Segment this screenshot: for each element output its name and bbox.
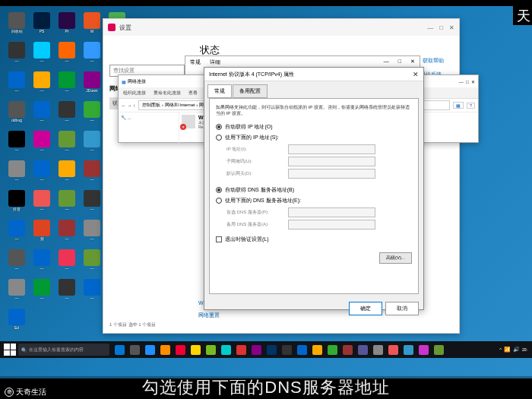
taskbar-app-icon[interactable] (112, 344, 126, 356)
taskbar-app-icon[interactable] (386, 344, 400, 356)
taskbar-app-icon[interactable] (356, 344, 369, 356)
desktop-icon[interactable]: — (31, 71, 52, 96)
taskbar-app-icon[interactable] (128, 344, 141, 356)
ipv4-properties-dialog: Internet 协议版本 4 (TCP/IPv4) 属性 ✕ 常规 备用配置 … (204, 67, 424, 310)
desktop-icon[interactable]: — (6, 42, 27, 66)
desktop-icon[interactable]: — (81, 131, 103, 155)
minimize-icon[interactable]: — (427, 24, 433, 31)
system-tray[interactable]: ^ 📶 🔊 20: (499, 347, 530, 353)
desktop-icon[interactable]: — (56, 190, 78, 214)
desktop-icon[interactable]: — (6, 220, 27, 244)
taskbar-app-icon[interactable] (340, 344, 354, 356)
start-button[interactable] (4, 344, 16, 356)
desktop-icon[interactable]: — (56, 131, 78, 155)
taskbar-app-icon[interactable] (401, 344, 415, 356)
desktop-icon[interactable]: — (31, 42, 52, 66)
desktop-icon[interactable]: PS (31, 12, 52, 36)
maximize-icon[interactable]: □ (398, 59, 401, 66)
ribbon-item[interactable]: 查看 (188, 90, 198, 97)
desktop-icon[interactable]: — (6, 160, 27, 185)
close-icon[interactable]: ✕ (449, 24, 454, 31)
chevron-up-icon[interactable]: ^ (499, 347, 502, 352)
taskbar-app-icon[interactable] (432, 344, 445, 356)
radio-use-ip[interactable]: 使用下面的 IP 地址(S): (216, 134, 412, 141)
desktop-icon[interactable]: — (31, 190, 52, 214)
desktop-icon[interactable]: — (81, 42, 103, 66)
desktop-icon[interactable]: — (6, 249, 27, 274)
close-icon[interactable]: ✕ (410, 59, 415, 66)
ribbon-item[interactable]: 组织此连接 (123, 90, 146, 97)
taskbar-app-icon[interactable] (143, 344, 157, 356)
nav-arrows[interactable]: ← → ↑ (122, 103, 135, 108)
taskbar-search[interactable]: 🔍在这里输入你要搜索的内容 (18, 344, 109, 356)
desktop-icon[interactable]: — (6, 279, 27, 303)
radio-auto-ip[interactable]: 自动获得 IP 地址(O) (216, 123, 412, 131)
radio-auto-dns[interactable]: 自动获得 DNS 服务器地址(B) (216, 186, 412, 194)
ok-button[interactable]: 确定 (349, 302, 382, 315)
checkbox-validate[interactable]: 退出时验证设置(L) (216, 236, 412, 243)
cancel-button[interactable]: 取消 (385, 302, 419, 315)
taskbar-app-icon[interactable] (416, 344, 430, 356)
tab-detail[interactable]: 详细 (210, 59, 220, 66)
tab-general[interactable]: 常规 (207, 84, 232, 98)
desktop-icon[interactable]: — (81, 220, 103, 244)
desktop-icon[interactable]: — (81, 249, 103, 274)
desktop-icon[interactable]: — (81, 101, 103, 125)
desktop-icon[interactable]: — (56, 220, 78, 244)
maximize-icon[interactable]: □ (439, 24, 443, 31)
desktop-icon[interactable]: 回收站 (6, 12, 27, 36)
desktop-icon[interactable]: — (56, 160, 78, 185)
taskbar-app-icon[interactable] (280, 344, 293, 356)
taskbar-app-icon[interactable] (325, 344, 339, 356)
desktop-icon[interactable]: — (81, 190, 103, 214)
taskbar-app-icon[interactable] (310, 344, 324, 356)
desktop-icon[interactable]: JDown (81, 71, 103, 96)
taskbar-app-icon[interactable] (295, 344, 309, 356)
desktop-icon[interactable]: ddbug (6, 101, 27, 125)
desktop-icon[interactable]: — (31, 279, 52, 303)
desktop-icon[interactable]: — (81, 279, 103, 303)
desktop-icon[interactable]: — (56, 279, 78, 303)
taskbar-app-icon[interactable] (158, 344, 172, 356)
desktop-icon[interactable]: — (6, 71, 27, 96)
help-icon[interactable]: ? (467, 103, 475, 109)
close-icon[interactable]: ✕ (413, 71, 419, 78)
taskbar-app-icon[interactable] (234, 344, 248, 356)
clock[interactable]: 20: (522, 348, 527, 352)
taskbar-app-icon[interactable] (173, 344, 187, 356)
desktop-icon[interactable]: — (31, 160, 52, 185)
video-corner-mark: 天 (513, 6, 532, 25)
tab-general[interactable]: 常规 (190, 59, 201, 66)
dialog-titlebar[interactable]: Internet 协议版本 4 (TCP/IPv4) 属性 ✕ (204, 68, 423, 81)
minimize-icon[interactable]: — (384, 59, 389, 66)
desktop-icon[interactable]: — (31, 249, 52, 274)
taskbar-app-icon[interactable] (219, 344, 233, 356)
desktop-icon[interactable]: 剪 (31, 220, 52, 244)
ribbon-item[interactable]: 重命名此连接 (154, 90, 181, 97)
sidebar-item[interactable]: 🔧 ... (121, 115, 176, 120)
taskbar-app-icon[interactable] (264, 344, 278, 356)
taskbar-app-icon[interactable] (371, 344, 385, 356)
advanced-button[interactable]: 高级(V)... (379, 252, 412, 264)
desktop-icon[interactable]: — (6, 131, 27, 155)
desktop-icon[interactable]: — (56, 249, 78, 274)
desktop-icon[interactable]: Pr (56, 12, 78, 36)
radio-use-dns[interactable]: 使用下面的 DNS 服务器地址(E): (216, 197, 412, 204)
desktop-icon[interactable]: — (56, 42, 78, 66)
volume-tray-icon[interactable]: 🔊 (513, 347, 520, 353)
desktop-icon[interactable]: — (56, 71, 78, 96)
taskbar-app-icon[interactable] (249, 344, 263, 356)
desktop-icon[interactable]: 抖音 (6, 190, 27, 214)
tab-alternate[interactable]: 备用配置 (233, 84, 268, 98)
settings-titlebar[interactable]: 设置 — □ ✕ (103, 19, 459, 36)
desktop-icon[interactable]: — (56, 101, 78, 125)
view-icon[interactable]: ▦ (453, 102, 464, 109)
desktop-icon[interactable]: M (81, 12, 103, 36)
wifi-tray-icon[interactable]: 📶 (504, 347, 511, 353)
desktop-icon[interactable]: Ed (6, 309, 27, 333)
desktop-icon[interactable]: — (81, 160, 103, 185)
taskbar-app-icon[interactable] (204, 344, 217, 356)
desktop-icon[interactable]: — (31, 131, 52, 155)
desktop-icon[interactable]: — (31, 101, 52, 125)
taskbar-app-icon[interactable] (188, 344, 202, 356)
